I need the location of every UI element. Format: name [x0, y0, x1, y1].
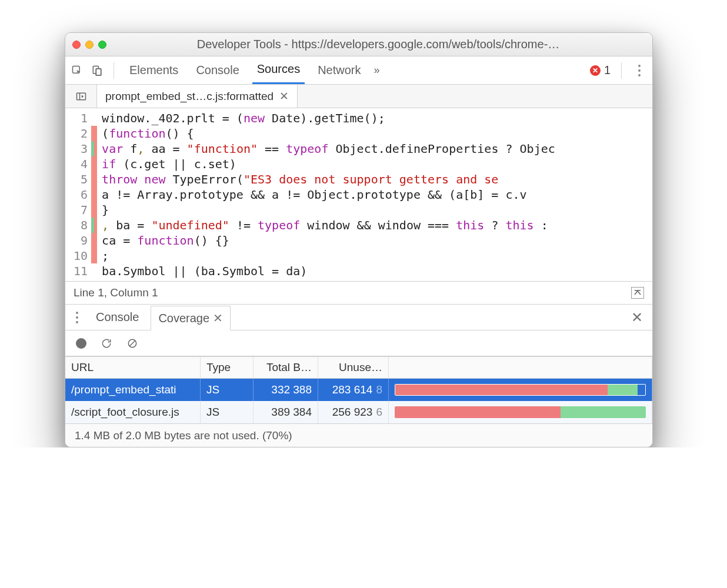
- svg-rect-2: [96, 68, 101, 75]
- error-icon: ✕: [590, 65, 601, 76]
- editor-statusbar: Line 1, Column 1: [65, 281, 652, 305]
- record-icon[interactable]: [76, 338, 86, 349]
- cell-unused: 256 9236: [318, 401, 389, 423]
- error-badge[interactable]: ✕ 1: [590, 64, 611, 77]
- drawer-tab-console[interactable]: Console: [89, 306, 146, 329]
- window-title: Developer Tools - https://developers.goo…: [111, 38, 645, 51]
- file-tab-label: prompt_embed_st…c.js:formatted: [105, 90, 274, 103]
- close-icon[interactable]: [72, 41, 81, 49]
- titlebar: Developer Tools - https://developers.goo…: [65, 33, 652, 56]
- table-row[interactable]: /script_foot_closure.jsJS389 384256 9236: [65, 401, 652, 423]
- error-count: 1: [604, 64, 611, 77]
- minimize-icon[interactable]: [85, 41, 94, 49]
- cell-total: 332 388: [254, 379, 318, 401]
- traffic-lights: [72, 41, 106, 49]
- file-tab-row: prompt_embed_st…c.js:formatted ✕: [65, 85, 652, 108]
- file-tab[interactable]: prompt_embed_st…c.js:formatted ✕: [97, 85, 298, 108]
- line-gutter: 1234567891011: [65, 108, 91, 281]
- col-url[interactable]: URL: [65, 357, 201, 378]
- coverage-gutter: [91, 108, 97, 281]
- tab-console[interactable]: Console: [191, 58, 244, 83]
- cell-total: 389 384: [254, 401, 318, 423]
- cell-url: /script_foot_closure.js: [65, 401, 201, 423]
- expand-drawer-icon[interactable]: [631, 287, 644, 299]
- cell-type: JS: [201, 401, 254, 423]
- separator: [114, 62, 114, 79]
- col-total[interactable]: Total B…: [254, 357, 318, 378]
- device-toggle-icon[interactable]: [91, 65, 103, 76]
- main-toolbar: Elements Console Sources Network » ✕ 1: [65, 56, 652, 85]
- devtools-window: Developer Tools - https://developers.goo…: [65, 32, 653, 447]
- table-header: URL Type Total B… Unuse…: [65, 356, 652, 379]
- code-content: window._402.prlt = (new Date).getTime();…: [97, 108, 555, 281]
- drawer-tab-coverage[interactable]: Coverage✕: [151, 306, 231, 330]
- col-type[interactable]: Type: [201, 357, 254, 378]
- col-unused[interactable]: Unuse…: [318, 357, 389, 378]
- drawer-tabbar: Console Coverage✕ ✕: [65, 305, 652, 330]
- coverage-toolbar: [65, 330, 652, 356]
- code-editor[interactable]: 1234567891011 window._402.prlt = (new Da…: [65, 108, 652, 281]
- cursor-position: Line 1, Column 1: [74, 286, 158, 299]
- zoom-icon[interactable]: [98, 41, 106, 49]
- reload-icon[interactable]: [101, 338, 112, 349]
- kebab-menu-icon[interactable]: [632, 62, 646, 79]
- svg-line-8: [129, 340, 135, 346]
- cell-unused: 283 6148: [318, 379, 389, 401]
- coverage-summary: 1.4 MB of 2.0 MB bytes are not used. (70…: [65, 423, 652, 447]
- tab-network[interactable]: Network: [313, 58, 365, 83]
- close-icon[interactable]: ✕: [213, 312, 223, 325]
- tab-sources[interactable]: Sources: [252, 56, 305, 84]
- svg-rect-4: [76, 93, 85, 100]
- cell-url: /prompt_embed_stati: [65, 379, 201, 401]
- separator: [621, 62, 622, 79]
- close-drawer-icon[interactable]: ✕: [626, 309, 648, 326]
- navigator-toggle-icon[interactable]: [65, 85, 97, 108]
- tab-elements[interactable]: Elements: [125, 58, 183, 83]
- table-row[interactable]: /prompt_embed_statiJS332 388283 6148: [65, 379, 652, 401]
- cell-type: JS: [201, 379, 254, 401]
- close-icon[interactable]: ✕: [279, 89, 289, 103]
- cell-bar: [389, 401, 652, 423]
- kebab-menu-icon[interactable]: [70, 309, 84, 326]
- inspect-icon[interactable]: [71, 65, 83, 76]
- col-bar: [389, 357, 652, 378]
- coverage-table: URL Type Total B… Unuse… /prompt_embed_s…: [65, 356, 652, 423]
- clear-icon[interactable]: [126, 338, 138, 349]
- more-tabs-icon[interactable]: »: [374, 64, 380, 76]
- cell-bar: [389, 379, 652, 401]
